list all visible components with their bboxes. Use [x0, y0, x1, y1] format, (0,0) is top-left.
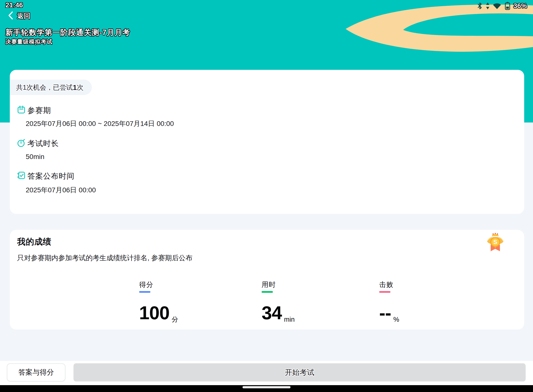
back-button[interactable]: 返回 [7, 11, 30, 21]
home-indicator[interactable] [242, 386, 291, 388]
battery-icon [504, 1, 511, 10]
section-value-answer-time: 2025年07月06日 00:00 [26, 185, 96, 195]
stat-score-value: 100 [139, 304, 170, 322]
stat-time-label: 用时 [262, 280, 295, 289]
stat-defeat-label: 击败 [379, 280, 399, 289]
back-label: 返回 [17, 12, 30, 20]
status-bar: 21:46 36% [0, 0, 533, 11]
stat-score-label: 得分 [139, 280, 178, 289]
s-rank-medal-icon: S [485, 232, 505, 255]
section-label-answer-time: 答案公布时间 [27, 171, 74, 181]
stat-time-unit: min [284, 316, 295, 323]
status-time: 21:46 [5, 1, 23, 9]
stat-score-unit: 分 [172, 315, 178, 324]
section-value-duration: 50min [26, 153, 44, 161]
answer-book-icon [17, 171, 26, 180]
exam-info-card: 共1次机会，已尝试1次 参赛期 2025年07月06日 00:00 ~ 2025… [10, 70, 524, 214]
page-title: 新手轮数学第一阶段通关测-7月月考 [5, 27, 130, 38]
stopwatch-icon [17, 138, 26, 147]
stat-time-accent-bar [262, 291, 273, 293]
section-label-period: 参赛期 [27, 105, 51, 116]
stat-time-value: 34 [262, 304, 282, 322]
page-subtitle: 决赛量级模拟考试 [5, 38, 52, 46]
stat-score: 得分 100 分 [139, 280, 178, 322]
score-card-title: 我的成绩 [17, 236, 51, 247]
calendar-icon [17, 105, 26, 114]
stat-defeat-unit: % [393, 316, 399, 323]
attempts-badge: 共1次机会，已尝试1次 [10, 80, 92, 95]
section-label-duration: 考试时长 [27, 138, 59, 149]
answers-and-score-button[interactable]: 答案与得分 [7, 363, 65, 381]
bottom-action-bar: 答案与得分 开始考试 [0, 361, 533, 385]
stat-score-accent-bar [139, 291, 150, 293]
battery-percent: 36% [513, 2, 527, 10]
stat-defeat-value: -- [379, 304, 391, 322]
score-card-description: 只对参赛期内参加考试的考生成绩统计排名, 参赛期后公布 [17, 253, 193, 263]
wifi-icon [492, 2, 502, 10]
back-chevron-icon [7, 11, 14, 21]
bluetooth-icon [477, 2, 483, 10]
stat-defeat: 击败 -- % [379, 280, 399, 322]
data-transfer-icon [485, 2, 490, 10]
section-value-period: 2025年07月06日 00:00 ~ 2025年07月14日 00:00 [26, 119, 174, 128]
start-exam-button[interactable]: 开始考试 [73, 363, 526, 381]
stat-defeat-accent-bar [379, 291, 390, 293]
score-card: 我的成绩 S 只对参赛期内参加考试的考生成绩统计排名, 参赛期后公布 得分 10… [10, 230, 524, 330]
svg-text:S: S [493, 239, 497, 245]
stat-time-used: 用时 34 min [262, 280, 295, 322]
system-navigation-bar [0, 385, 533, 392]
